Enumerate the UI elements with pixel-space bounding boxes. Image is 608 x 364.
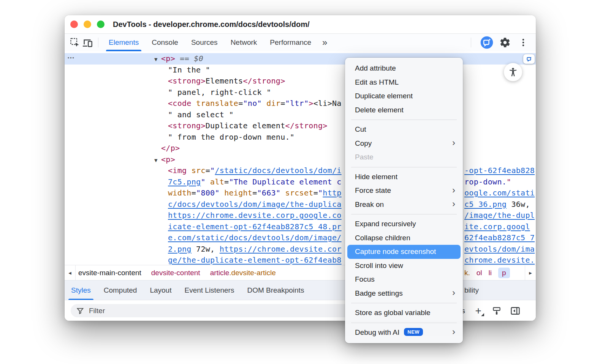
code-token: oogle.com/stati bbox=[464, 188, 535, 197]
dom-node-line[interactable]: ▼<p> bbox=[154, 154, 175, 165]
breadcrumb-item[interactable]: ol bbox=[477, 269, 482, 277]
zoom-window-button[interactable] bbox=[97, 20, 104, 28]
dom-node-line-fragment[interactable]: c5_36.png 36w, bbox=[464, 199, 530, 210]
dom-node-line[interactable]: <img src="/static/docs/devtools/dom/i bbox=[168, 165, 342, 176]
dom-node-line-fragment[interactable]: rop-down." bbox=[464, 176, 511, 188]
breadcrumb-item[interactable]: k. bbox=[464, 269, 470, 277]
breadcrumb-item[interactable]: devsite-content bbox=[151, 269, 200, 277]
tab-dom-breakpoints[interactable]: DOM Breakpoints bbox=[241, 280, 310, 300]
breadcrumb-right: k.ollip bbox=[464, 265, 510, 280]
dom-node-line[interactable]: " and select " bbox=[168, 109, 234, 121]
menu-item-paste[interactable]: Paste bbox=[347, 150, 461, 164]
tab-layout[interactable]: Layout bbox=[143, 280, 178, 300]
dom-node-line-fragment[interactable]: chrome.devsite. bbox=[464, 255, 535, 265]
tab-styles[interactable]: Styles bbox=[65, 280, 97, 300]
dom-node-line-fragment[interactable]: -opt-62f4eab828 bbox=[464, 165, 535, 176]
code-token: icate-element-opt-62f4eab8287c5_48.pr bbox=[168, 222, 342, 231]
menu-item-focus[interactable]: Focus bbox=[347, 273, 461, 287]
accessibility-icon[interactable] bbox=[504, 63, 522, 81]
code-token: rop-down. bbox=[464, 177, 507, 186]
node-options-dots-icon[interactable]: ••• bbox=[68, 53, 75, 65]
menu-item-copy[interactable]: Copy› bbox=[347, 137, 461, 151]
dom-node-line-fragment[interactable]: evtools/dom/ima bbox=[464, 244, 535, 255]
breadcrumb-scroll-left-icon[interactable]: ◂ bbox=[65, 265, 76, 280]
dom-node-line[interactable]: 7c5.png" alt="The Duplicate element c bbox=[168, 176, 342, 188]
breadcrumb-item[interactable]: evsite-main-content bbox=[78, 269, 141, 277]
ai-assistant-icon[interactable] bbox=[480, 36, 493, 49]
dom-node-line[interactable]: "In the " bbox=[168, 65, 210, 76]
code-token: $0 bbox=[194, 54, 203, 63]
dom-node-line[interactable]: 2.png 72w, https://chrome.devsite.cor bbox=[168, 244, 342, 255]
dom-node-line[interactable]: <strong>Elements</strong> bbox=[168, 76, 285, 87]
new-style-rule-icon[interactable]: + bbox=[473, 306, 483, 316]
twisty-expand-icon[interactable]: ▼ bbox=[154, 54, 161, 65]
dom-node-line-fragment[interactable]: ite.corp.googl bbox=[464, 221, 530, 233]
dom-node-line-fragment[interactable]: oogle.com/stati bbox=[464, 188, 535, 199]
menu-item-store-as-global-variable[interactable]: Store as global variable bbox=[347, 306, 461, 320]
dom-node-line[interactable]: ▼<p> == $0 bbox=[154, 53, 203, 65]
minimize-window-button[interactable] bbox=[84, 20, 91, 28]
breadcrumb-scroll-right-icon[interactable]: ▸ bbox=[525, 265, 536, 280]
dom-node-line[interactable]: c/docs/devtools/dom/image/the-duplica bbox=[168, 199, 342, 210]
dom-node-line[interactable]: ge/the-duplicate-element-opt-62f4eab8 bbox=[168, 255, 342, 265]
toggle-sidebar-icon[interactable] bbox=[510, 306, 521, 316]
settings-gear-icon[interactable] bbox=[499, 36, 511, 49]
dom-node-line[interactable]: https://chrome.devsite.corp.google.co bbox=[168, 210, 342, 221]
close-window-button[interactable] bbox=[70, 20, 78, 28]
rendering-brush-icon[interactable] bbox=[492, 306, 502, 316]
dom-node-line[interactable]: <code translate="no" dir="ltr"><li>Na bbox=[168, 98, 342, 109]
tab-event-listeners[interactable]: Event Listeners bbox=[178, 280, 241, 300]
dom-node-line[interactable]: width="800" height="663" srcset="http bbox=[168, 188, 342, 199]
tab-performance[interactable]: Performance bbox=[263, 34, 318, 51]
kebab-menu-icon[interactable] bbox=[517, 36, 530, 49]
dom-node-line[interactable]: icate-element-opt-62f4eab8287c5_48.pr bbox=[168, 221, 342, 233]
menu-item-hide-element[interactable]: Hide element bbox=[347, 170, 461, 184]
menu-item-debug-with-ai[interactable]: Debug with AINEW› bbox=[347, 326, 461, 340]
code-token: translate bbox=[196, 99, 238, 108]
menu-item-expand-recursively[interactable]: Expand recursively bbox=[347, 217, 461, 231]
devtools-toolbar: ElementsConsoleSourcesNetworkPerformance… bbox=[65, 34, 536, 52]
code-token: https://chrome.devsite.cor bbox=[220, 244, 342, 254]
menu-item-badge-settings[interactable]: Badge settings› bbox=[347, 287, 461, 301]
breadcrumb-item[interactable]: article.devsite-article bbox=[210, 269, 276, 277]
context-menu: Add attributeEdit as HTMLDuplicate eleme… bbox=[345, 58, 463, 343]
tab-console[interactable]: Console bbox=[145, 34, 185, 51]
code-token: <strong> bbox=[168, 121, 206, 130]
filter-input[interactable] bbox=[88, 306, 318, 315]
dom-node-line[interactable]: </p> bbox=[161, 143, 180, 154]
tab-computed[interactable]: Computed bbox=[97, 280, 144, 300]
menu-item-break-on[interactable]: Break on› bbox=[347, 198, 461, 212]
dom-node-line[interactable]: <strong>Duplicate element</strong> bbox=[168, 120, 328, 132]
inspect-element-icon[interactable] bbox=[68, 36, 81, 49]
menu-item-collapse-children[interactable]: Collapse children bbox=[347, 231, 461, 245]
more-tabs-icon[interactable]: » bbox=[318, 38, 332, 47]
tab-sources[interactable]: Sources bbox=[185, 34, 224, 51]
code-token: c5_36.png bbox=[464, 200, 507, 209]
twisty-expand-icon[interactable]: ▼ bbox=[154, 155, 161, 166]
menu-item-force-state[interactable]: Force state› bbox=[347, 184, 461, 198]
breadcrumb-item[interactable]: p bbox=[498, 268, 510, 278]
tab-accessibility-fragment[interactable]: bility bbox=[464, 280, 479, 300]
device-toolbar-icon[interactable] bbox=[81, 36, 94, 49]
menu-item-edit-as-html[interactable]: Edit as HTML bbox=[347, 76, 461, 90]
dom-node-line[interactable]: " from the drop-down menu." bbox=[168, 132, 294, 143]
dom-node-line[interactable]: e.com/static/docs/devtools/dom/image/ bbox=[168, 232, 342, 244]
menu-item-add-attribute[interactable]: Add attribute bbox=[347, 61, 461, 76]
breadcrumb-item[interactable]: li bbox=[489, 269, 492, 277]
tab-network[interactable]: Network bbox=[224, 34, 264, 51]
dom-tree-pane[interactable]: ••• ▼<p> == $0"In the "<strong>Elements<… bbox=[65, 51, 536, 265]
dom-node-line-fragment[interactable]: /image/the-dupl bbox=[464, 210, 535, 221]
menu-item-cut[interactable]: Cut bbox=[347, 123, 461, 137]
menu-item-duplicate-element[interactable]: Duplicate element bbox=[347, 89, 461, 103]
ask-ai-adorner-button[interactable] bbox=[523, 54, 535, 64]
tab-elements[interactable]: Elements bbox=[102, 34, 145, 51]
code-token: /static/docs/devtools/dom/i bbox=[215, 166, 341, 175]
dom-node-line-fragment[interactable]: 62f4eab8287c5_7 bbox=[464, 232, 535, 244]
breadcrumb-token: .devsite-article bbox=[229, 269, 276, 277]
menu-item-delete-element[interactable]: Delete element bbox=[347, 103, 461, 117]
breadcrumb-token: ol bbox=[477, 269, 482, 277]
panel-tabs: ElementsConsoleSourcesNetworkPerformance bbox=[102, 34, 318, 51]
menu-item-capture-node-screenshot[interactable]: Capture node screenshot bbox=[347, 245, 461, 259]
menu-item-scroll-into-view[interactable]: Scroll into view bbox=[347, 259, 461, 273]
dom-node-line[interactable]: " panel, right-click " bbox=[168, 87, 271, 98]
